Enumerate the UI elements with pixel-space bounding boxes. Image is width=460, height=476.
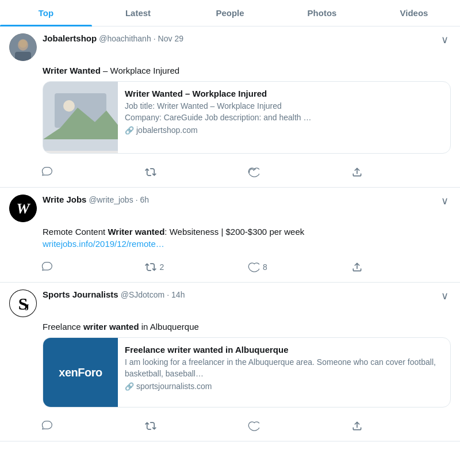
tweet-1-meta: Jobalertshop @hoachithanh · Nov 29 [43,33,439,43]
tweet-3-card-body: Freelance writer wanted in Albuquerque I… [118,338,450,407]
svg-text:W: W [16,200,30,217]
tweet-3-handle: @SJdotcom [121,290,164,299]
avatar-writejobs: W [9,195,37,222]
tweet-1-handle: @hoachithanh [99,34,151,43]
tweet-3-card-title: Freelance writer wanted in Albuquerque [125,345,443,355]
like-icon-2 [248,261,259,273]
tweet-2-dot: · [136,195,138,204]
tweet-2-actions: 2 8 [9,254,451,282]
tweet-1-retweet-btn[interactable] [141,163,245,181]
tweet-2-author-line: Write Jobs @write_jobs · 6h [43,195,439,204]
tweet-3-card-thumbnail: xenForo [43,338,118,407]
tweet-1-card-image [43,82,118,153]
tweet-3-card[interactable]: xenForo Freelance writer wanted in Albuq… [43,337,451,408]
tweet-1-reply-btn[interactable] [38,163,141,181]
tweet-1: Jobalertshop @hoachithanh · Nov 29 ∨ Wri… [0,26,460,188]
tweet-1-card[interactable]: Writer Wanted – Workplace Injured Job ti… [43,81,451,154]
xenforo-logo-text: xenForo [59,366,102,379]
tweet-3-retweet-btn[interactable] [141,417,245,435]
tweet-1-author-line: Jobalertshop @hoachithanh · Nov 29 [43,33,439,43]
tweet-1-header: Jobalertshop @hoachithanh · Nov 29 ∨ [9,33,451,61]
svg-text:J: J [25,303,29,312]
share-icon-2 [351,261,363,273]
tweet-2-share-btn[interactable] [348,258,451,276]
tweet-1-card-thumbnail [43,82,118,153]
avatar-sportsjournalists: S J [9,290,37,317]
retweet-icon [145,166,156,178]
tweet-2-text: Remote Content Writer wanted: Websitenes… [9,226,451,250]
tweet-3-text-before: Freelance [43,322,83,332]
tweet-2-bold: Writer wanted [108,227,164,237]
like-icon-3 [248,420,259,432]
tweet-3-bold: writer wanted [83,322,139,332]
tweet-1-text: Writer Wanted – Workplace Injured [9,64,451,77]
tweet-2-like-btn[interactable]: 8 [244,258,348,276]
tweet-3-text-after: in Albuquerque [139,322,199,332]
tweet-2-text-after: : Websiteness | $200-$300 per week [164,227,304,237]
tweet-3-card-domain: 🔗 sportsjournalists.com [125,382,443,391]
tweet-1-domain-text: jobalertshop.com [136,125,198,135]
tweet-1-card-title: Writer Wanted – Workplace Injured [125,89,443,98]
tab-bar: Top Latest People Photos Videos [0,0,460,26]
tweet-2-like-count: 8 [263,262,267,272]
tweet-3-actions [9,413,451,441]
tweet-1-card-domain: 🔗 jobalertshop.com [125,125,443,135]
xenforo-bold-text: Foro [78,366,102,379]
tweet-1-chevron[interactable]: ∨ [439,33,451,46]
tweet-3-share-btn[interactable] [348,417,451,435]
retweet-icon-3 [145,420,156,432]
tweet-2-header: W Write Jobs @write_jobs · 6h ∨ [9,195,451,222]
tweet-2-retweet-btn[interactable]: 2 [141,258,245,276]
tweet-3-domain-text: sportsjournalists.com [136,382,212,391]
tweet-3: S J Sports Journalists @SJdotcom · 14h ∨… [0,283,460,441]
tweet-3-display-name: Sports Journalists [43,290,118,299]
avatar-jobalertshop [9,33,37,61]
tweet-1-time: Nov 29 [158,34,183,43]
reply-icon-2 [41,261,53,273]
tweet-3-dot: · [167,290,169,299]
tweet-1-share-btn[interactable] [348,163,451,181]
tweet-2-handle: @write_jobs [89,195,133,204]
tweet-2-meta: Write Jobs @write_jobs · 6h [43,195,439,204]
tab-people[interactable]: People [184,0,276,26]
tweet-1-dot: · [154,34,156,43]
tab-latest[interactable]: Latest [92,0,184,26]
card-placeholder-image [43,82,118,151]
tab-top[interactable]: Top [0,0,92,26]
tweet-3-chevron[interactable]: ∨ [439,290,451,302]
tweet-2-text-before: Remote Content [43,227,108,237]
tab-photos[interactable]: Photos [276,0,368,26]
svg-rect-2 [15,52,31,61]
tab-videos[interactable]: Videos [368,0,460,26]
tweet-3-time: 14h [171,290,185,299]
tweet-3-meta: Sports Journalists @SJdotcom · 14h [43,290,439,299]
like-icon [248,166,259,178]
retweet-icon-2 [145,261,156,273]
tweet-2-display-name: Write Jobs [43,195,86,204]
tweet-1-display-name: Jobalertshop [43,33,97,43]
link-icon-3: 🔗 [125,382,134,391]
tweet-2-reply-btn[interactable] [38,258,141,276]
tweet-2: W Write Jobs @write_jobs · 6h ∨ Remote C… [0,188,460,283]
writejobs-logo: W [9,195,37,222]
tweet-1-card-body: Writer Wanted – Workplace Injured Job ti… [118,82,450,153]
tweet-3-card-subtitle: I am looking for a freelancer in the Alb… [125,357,443,379]
tweet-3-header: S J Sports Journalists @SJdotcom · 14h ∨ [9,290,451,317]
tweet-2-link[interactable]: writejobs.info/2019/12/remote… [43,239,164,249]
share-icon [351,166,363,178]
svg-point-3 [19,40,27,48]
tweet-1-like-btn[interactable] [244,163,348,181]
tweet-3-author-line: Sports Journalists @SJdotcom · 14h [43,290,439,299]
reply-icon-3 [41,420,53,432]
tweet-3-reply-btn[interactable] [38,417,141,435]
tweet-2-chevron[interactable]: ∨ [439,195,451,207]
tweet-1-bold: Writer Wanted [43,66,101,75]
link-icon: 🔗 [125,126,134,135]
tweet-2-retweet-count: 2 [160,262,164,272]
tweet-2-time: 6h [140,195,150,204]
avatar-image [9,33,37,61]
tweet-1-actions [9,159,451,187]
tweet-3-like-btn[interactable] [244,417,348,435]
sj-logo: S J [9,290,37,317]
tweet-3-text: Freelance writer wanted in Albuquerque [9,321,451,333]
